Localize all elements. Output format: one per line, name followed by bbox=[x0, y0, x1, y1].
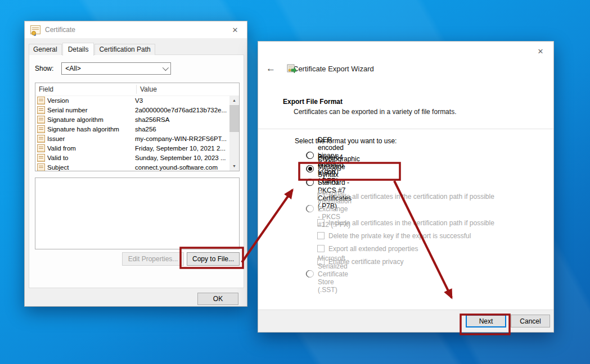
format-radio-option: Microsoft Serialized Certificate Store (… bbox=[306, 270, 313, 277]
field-entry-icon bbox=[37, 144, 45, 152]
page-subheading: Certificates can be exported in a variet… bbox=[294, 108, 456, 116]
field-value-detail-box[interactable] bbox=[35, 178, 240, 249]
field-name: Signature algorithm bbox=[47, 116, 135, 123]
back-arrow-icon[interactable]: ← bbox=[266, 63, 280, 74]
format-checkbox-option: Delete the private key if the export is … bbox=[317, 231, 542, 240]
tab-certification-path[interactable]: Certification Path bbox=[94, 44, 155, 55]
ok-button[interactable]: OK bbox=[197, 293, 238, 305]
field-value: sha256RSA bbox=[135, 116, 229, 123]
certificate-field-row[interactable]: Signature hash algorithmsha256 bbox=[35, 124, 229, 134]
field-name: Subject bbox=[47, 164, 135, 171]
option-label: Include all certificates in the certific… bbox=[328, 219, 494, 227]
list-header: Field Value bbox=[35, 83, 239, 96]
scrollbar-thumb[interactable] bbox=[229, 105, 239, 132]
certificate-field-row[interactable]: VersionV3 bbox=[35, 95, 229, 105]
checkbox-icon bbox=[317, 245, 325, 252]
close-icon[interactable]: ✕ bbox=[229, 26, 241, 34]
field-entry-icon bbox=[37, 163, 45, 171]
format-radio-option[interactable]: Cryptographic Message Syntax Standard - … bbox=[306, 179, 313, 186]
radio-icon bbox=[307, 205, 314, 212]
certificate-dialog-title: Certificate bbox=[45, 26, 75, 34]
chevron-down-icon bbox=[163, 65, 169, 71]
field-value: Friday, September 10, 2021 2... bbox=[135, 145, 229, 152]
show-label: Show: bbox=[35, 65, 53, 72]
format-checkbox-option: Enable certificate privacy bbox=[317, 257, 542, 266]
field-value: 2a0000000e7d76ad213b732e... bbox=[135, 107, 229, 113]
field-entry-icon bbox=[37, 116, 45, 124]
field-name: Issuer bbox=[47, 135, 135, 142]
tab-details[interactable]: Details bbox=[62, 43, 94, 56]
scroll-down-icon[interactable]: ▼ bbox=[229, 161, 239, 171]
tab-general[interactable]: General bbox=[29, 44, 62, 55]
certificate-field-row[interactable]: Valid toSunday, September 10, 2023 ... bbox=[35, 153, 229, 162]
field-name: Version bbox=[47, 97, 135, 104]
cancel-button[interactable]: Cancel bbox=[511, 315, 550, 327]
certificate-tabs: General Details Certification Path bbox=[29, 44, 156, 55]
column-header-value[interactable]: Value bbox=[137, 85, 157, 93]
format-radio-option[interactable]: DER encoded binary X.509 (.CER) bbox=[306, 152, 313, 159]
format-options: DER encoded binary X.509 (.CER)Base-64 e… bbox=[306, 152, 542, 284]
certificate-icon bbox=[30, 25, 40, 34]
field-name: Signature hash algorithm bbox=[47, 126, 135, 133]
certificate-field-row[interactable]: Signature algorithmsha256RSA bbox=[35, 115, 229, 124]
option-label: Personal Information Exchange - PKCS #12… bbox=[318, 189, 352, 229]
field-name: Serial number bbox=[47, 107, 135, 113]
details-tab-page: Show: <All> Field Value VersionV3Serial … bbox=[29, 54, 244, 288]
certificate-export-wizard-dialog: ✕ ← Certificate Export Wizard Export Fil… bbox=[258, 41, 554, 333]
field-name: Valid to bbox=[47, 154, 135, 161]
page-heading: Export File Format bbox=[283, 98, 343, 106]
field-entry-icon bbox=[37, 135, 45, 143]
option-label: Microsoft Serialized Certificate Store (… bbox=[318, 254, 348, 294]
certificate-dialog: Certificate ✕ General Details Certificat… bbox=[24, 21, 247, 307]
format-checkbox-option: Export all extended properties bbox=[317, 244, 542, 253]
certificate-field-row[interactable]: Valid fromFriday, September 10, 2021 2..… bbox=[35, 143, 229, 153]
option-label: Export all extended properties bbox=[328, 245, 418, 253]
show-filter-value: <All> bbox=[65, 65, 80, 72]
option-label: Delete the private key if the export is … bbox=[328, 232, 471, 240]
cert-field-list-body: VersionV3Serial number2a0000000e7d76ad21… bbox=[35, 95, 229, 171]
radio-icon[interactable] bbox=[307, 179, 314, 186]
radio-icon[interactable] bbox=[307, 152, 314, 159]
checkbox-icon bbox=[317, 232, 325, 239]
format-radio-option[interactable]: Base-64 encoded X.509 (.CER) bbox=[306, 165, 313, 172]
certificate-field-row[interactable]: Issuermy-company-WIN-RR2FS6PT... bbox=[35, 134, 229, 143]
field-value: my-company-WIN-RR2FS6PT... bbox=[135, 135, 229, 142]
field-entry-icon bbox=[37, 97, 45, 104]
certificate-titlebar: Certificate ✕ bbox=[25, 21, 247, 38]
field-entry-icon bbox=[37, 106, 45, 114]
edit-properties-button: Edit Properties... bbox=[122, 252, 184, 266]
field-value: sha256 bbox=[135, 126, 229, 133]
close-icon[interactable]: ✕ bbox=[534, 47, 547, 56]
column-header-field[interactable]: Field bbox=[35, 85, 137, 94]
radio-icon bbox=[307, 270, 314, 277]
certificate-field-list: Field Value VersionV3Serial number2a0000… bbox=[35, 83, 240, 171]
next-button[interactable]: Next bbox=[466, 315, 506, 327]
export-wizard-icon bbox=[286, 63, 296, 74]
field-entry-icon bbox=[37, 125, 45, 133]
format-radio-option: Personal Information Exchange - PKCS #12… bbox=[306, 205, 313, 212]
field-entry-icon bbox=[37, 154, 45, 162]
field-name: Valid from bbox=[47, 145, 135, 152]
radio-selected-icon[interactable] bbox=[307, 165, 314, 172]
field-value: connect.yound-software.com bbox=[135, 164, 229, 171]
certificate-field-row[interactable]: Subjectconnect.yound-software.com bbox=[35, 162, 229, 171]
format-prompt: Select the format you want to use: bbox=[295, 137, 397, 145]
field-value: V3 bbox=[135, 97, 229, 104]
divider bbox=[258, 129, 553, 129]
wizard-title: Certificate Export Wizard bbox=[293, 65, 374, 73]
field-value: Sunday, September 10, 2023 ... bbox=[135, 154, 229, 161]
wizard-footer: Next Cancel bbox=[258, 310, 553, 332]
copy-to-file-button[interactable]: Copy to File... bbox=[187, 252, 240, 266]
scroll-up-icon[interactable]: ▲ bbox=[229, 95, 239, 105]
show-filter-dropdown[interactable]: <All> bbox=[61, 62, 171, 75]
certificate-field-row[interactable]: Serial number2a0000000e7d76ad213b732e... bbox=[35, 105, 229, 115]
list-scrollbar[interactable]: ▲ ▼ bbox=[229, 95, 239, 171]
